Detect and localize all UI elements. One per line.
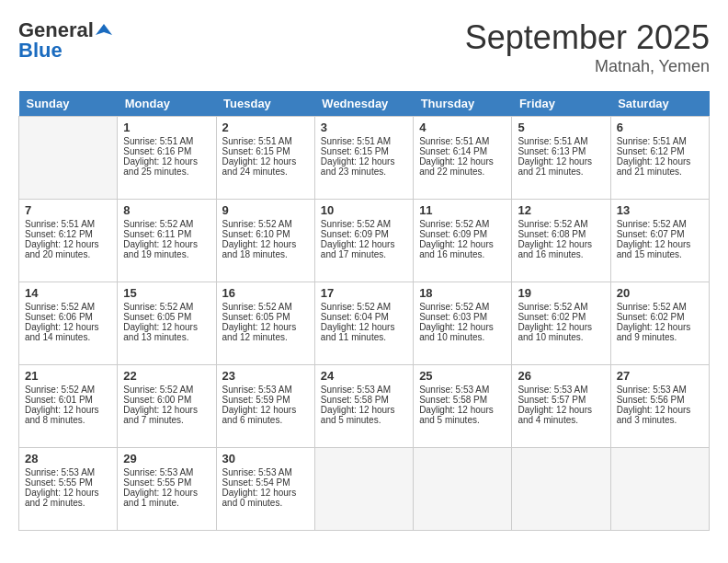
sunset-text: Sunset: 5:58 PM: [419, 395, 506, 405]
sunset-text: Sunset: 6:14 PM: [419, 146, 506, 156]
day-number: 22: [123, 369, 210, 383]
calendar-cell: 9Sunrise: 5:52 AMSunset: 6:10 PMDaylight…: [216, 200, 314, 282]
sunset-text: Sunset: 6:10 PM: [222, 229, 309, 239]
sunset-text: Sunset: 5:55 PM: [25, 477, 111, 488]
calendar-cell: 13Sunrise: 5:52 AMSunset: 6:07 PMDayligh…: [610, 200, 709, 282]
daylight-text: Daylight: 12 hours and 7 minutes.: [123, 405, 210, 425]
header-sunday: Sunday: [19, 91, 118, 117]
daylight-text: Daylight: 12 hours and 3 minutes.: [617, 405, 703, 425]
sunset-text: Sunset: 6:15 PM: [222, 146, 309, 156]
day-number: 12: [518, 203, 604, 217]
day-number: 9: [222, 203, 309, 217]
daylight-text: Daylight: 12 hours and 18 minutes.: [222, 239, 309, 259]
sunset-text: Sunset: 6:02 PM: [518, 312, 604, 322]
sunset-text: Sunset: 6:09 PM: [419, 229, 506, 239]
sunset-text: Sunset: 6:00 PM: [123, 395, 210, 405]
logo-bird-icon: [96, 22, 112, 39]
sunrise-text: Sunrise: 5:51 AM: [617, 136, 703, 146]
sunset-text: Sunset: 6:06 PM: [25, 312, 111, 322]
calendar-cell: 11Sunrise: 5:52 AMSunset: 6:09 PMDayligh…: [414, 200, 512, 282]
calendar-cell: 2Sunrise: 5:51 AMSunset: 6:15 PMDaylight…: [216, 117, 314, 200]
day-number: 4: [419, 121, 506, 134]
calendar-cell: 5Sunrise: 5:51 AMSunset: 6:13 PMDaylight…: [512, 117, 610, 200]
calendar-cell: 19Sunrise: 5:52 AMSunset: 6:02 PMDayligh…: [512, 282, 610, 365]
calendar-cell: 22Sunrise: 5:52 AMSunset: 6:00 PMDayligh…: [118, 365, 216, 448]
calendar-cell: 24Sunrise: 5:53 AMSunset: 5:58 PMDayligh…: [314, 365, 413, 448]
day-number: 2: [222, 121, 309, 134]
sunrise-text: Sunrise: 5:52 AM: [123, 219, 210, 229]
calendar-cell: [414, 448, 512, 531]
calendar-cell: 10Sunrise: 5:52 AMSunset: 6:09 PMDayligh…: [314, 200, 413, 282]
daylight-text: Daylight: 12 hours and 25 minutes.: [123, 156, 210, 177]
calendar-cell: 30Sunrise: 5:53 AMSunset: 5:54 PMDayligh…: [216, 448, 314, 531]
header-saturday: Saturday: [610, 91, 709, 117]
sunrise-text: Sunrise: 5:52 AM: [321, 302, 407, 312]
calendar-cell: [314, 448, 413, 531]
sunrise-text: Sunrise: 5:52 AM: [123, 302, 210, 312]
sunset-text: Sunset: 6:15 PM: [321, 146, 407, 156]
sunset-text: Sunset: 6:05 PM: [222, 312, 309, 322]
header-tuesday: Tuesday: [216, 91, 314, 117]
calendar-cell: 1Sunrise: 5:51 AMSunset: 6:16 PMDaylight…: [118, 117, 216, 200]
sunrise-text: Sunrise: 5:52 AM: [25, 385, 111, 395]
sunset-text: Sunset: 5:57 PM: [518, 395, 604, 405]
day-number: 27: [617, 369, 703, 383]
calendar-cell: 7Sunrise: 5:51 AMSunset: 6:12 PMDaylight…: [19, 200, 118, 282]
sunrise-text: Sunrise: 5:53 AM: [222, 467, 309, 477]
daylight-text: Daylight: 12 hours and 6 minutes.: [222, 405, 309, 425]
day-number: 20: [617, 286, 703, 300]
daylight-text: Daylight: 12 hours and 15 minutes.: [617, 239, 703, 259]
sunset-text: Sunset: 5:54 PM: [222, 477, 309, 488]
day-number: 8: [123, 203, 210, 217]
day-number: 29: [123, 452, 210, 465]
sunset-text: Sunset: 5:58 PM: [321, 395, 407, 405]
calendar-header-row: SundayMondayTuesdayWednesdayThursdayFrid…: [19, 91, 710, 117]
day-number: 6: [617, 121, 703, 134]
sunrise-text: Sunrise: 5:53 AM: [123, 467, 210, 477]
sunset-text: Sunset: 6:12 PM: [617, 146, 703, 156]
day-number: 7: [25, 203, 111, 217]
day-number: 23: [222, 369, 309, 383]
day-number: 5: [518, 121, 604, 134]
sunrise-text: Sunrise: 5:52 AM: [222, 302, 309, 312]
sunrise-text: Sunrise: 5:52 AM: [321, 219, 407, 229]
day-number: 28: [25, 452, 111, 465]
daylight-text: Daylight: 12 hours and 12 minutes.: [222, 322, 309, 342]
day-number: 1: [123, 121, 210, 134]
sunrise-text: Sunrise: 5:52 AM: [419, 302, 506, 312]
daylight-text: Daylight: 12 hours and 0 minutes.: [222, 488, 309, 508]
header-monday: Monday: [118, 91, 216, 117]
calendar-cell: 25Sunrise: 5:53 AMSunset: 5:58 PMDayligh…: [414, 365, 512, 448]
calendar-week-1: 1Sunrise: 5:51 AMSunset: 6:16 PMDaylight…: [19, 117, 710, 200]
sunset-text: Sunset: 6:09 PM: [321, 229, 407, 239]
title-block: September 2025 Matnah, Yemen: [465, 18, 710, 76]
calendar-week-3: 14Sunrise: 5:52 AMSunset: 6:06 PMDayligh…: [19, 282, 710, 365]
sunset-text: Sunset: 6:04 PM: [321, 312, 407, 322]
sunrise-text: Sunrise: 5:53 AM: [222, 385, 309, 395]
daylight-text: Daylight: 12 hours and 20 minutes.: [25, 239, 111, 259]
sunrise-text: Sunrise: 5:51 AM: [222, 136, 309, 146]
daylight-text: Daylight: 12 hours and 24 minutes.: [222, 156, 309, 177]
daylight-text: Daylight: 12 hours and 5 minutes.: [321, 405, 407, 425]
sunrise-text: Sunrise: 5:52 AM: [518, 302, 604, 312]
calendar-cell: 27Sunrise: 5:53 AMSunset: 5:56 PMDayligh…: [610, 365, 709, 448]
day-number: 18: [419, 286, 506, 300]
sunrise-text: Sunrise: 5:51 AM: [419, 136, 506, 146]
daylight-text: Daylight: 12 hours and 10 minutes.: [518, 322, 604, 342]
calendar-week-4: 21Sunrise: 5:52 AMSunset: 6:01 PMDayligh…: [19, 365, 710, 448]
day-number: 24: [321, 369, 407, 383]
day-number: 21: [25, 369, 111, 383]
calendar-week-5: 28Sunrise: 5:53 AMSunset: 5:55 PMDayligh…: [19, 448, 710, 531]
daylight-text: Daylight: 12 hours and 11 minutes.: [321, 322, 407, 342]
calendar-cell: 21Sunrise: 5:52 AMSunset: 6:01 PMDayligh…: [19, 365, 118, 448]
daylight-text: Daylight: 12 hours and 21 minutes.: [518, 156, 604, 177]
sunrise-text: Sunrise: 5:53 AM: [25, 467, 111, 477]
calendar-cell: [19, 117, 118, 200]
logo-blue-text: Blue: [18, 39, 63, 63]
sunrise-text: Sunrise: 5:53 AM: [321, 385, 407, 395]
daylight-text: Daylight: 12 hours and 19 minutes.: [123, 239, 210, 259]
sunrise-text: Sunrise: 5:52 AM: [518, 219, 604, 229]
sunrise-text: Sunrise: 5:52 AM: [617, 302, 703, 312]
daylight-text: Daylight: 12 hours and 16 minutes.: [419, 239, 506, 259]
sunset-text: Sunset: 6:01 PM: [25, 395, 111, 405]
